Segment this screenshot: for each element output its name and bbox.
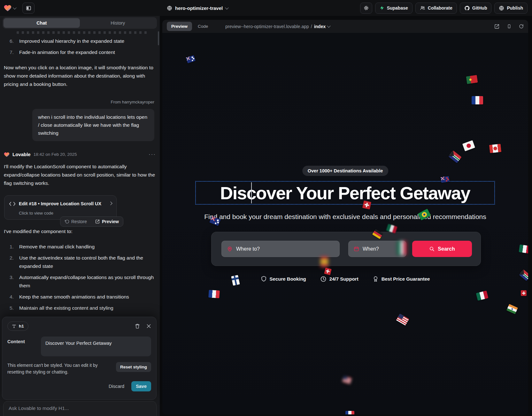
browser-chrome: Preview Code preview--hero-optimizer-tra… [162, 20, 528, 33]
reset-styling-button[interactable]: Reset styling [116, 362, 151, 372]
external-link-icon [95, 219, 100, 224]
collaborate-label: Collaborate [428, 5, 452, 11]
lovable-heart-icon [4, 152, 10, 157]
step-item: 5.Maintain all the existing content and … [10, 304, 156, 312]
open-external-button[interactable] [494, 24, 499, 29]
assistant-message-header: Lovable 18:42 on Feb 20, 2025 ··· [4, 150, 156, 159]
project-switcher[interactable]: hero-optimizer-travel [167, 0, 228, 16]
step-number: 5. [10, 304, 15, 312]
step-text: Use the activeIndex state to control bot… [19, 254, 156, 270]
publish-globe-icon [499, 5, 504, 11]
element-editor-panel: h1 Content Discover Your Perfect Getaway… [2, 317, 157, 400]
step-text: Remove the manual click handling [19, 243, 95, 251]
step-number: 2. [10, 254, 15, 270]
restore-button[interactable]: Restore [60, 217, 91, 226]
destinations-badge: Over 1000+ Destinations Available [302, 166, 388, 176]
assistant-name: Lovable [12, 150, 31, 159]
publish-label: Publish [507, 5, 523, 11]
message-menu-button[interactable]: ··· [149, 150, 156, 159]
flag-mx-icon [519, 245, 528, 253]
text-caret [251, 182, 252, 203]
supabase-bolt-icon [380, 5, 384, 11]
assistant-paragraph: I'll modify the LocationScroll component… [4, 163, 156, 187]
settings-button[interactable] [360, 3, 372, 14]
flag-us-icon [342, 375, 352, 384]
tab-code[interactable]: Code [198, 24, 208, 29]
when-input[interactable]: When? [348, 241, 406, 257]
supabase-button[interactable]: Supabase [375, 3, 412, 14]
list-number: 7. [10, 48, 15, 57]
search-card: Where to? When? Search [211, 232, 481, 266]
step-item: 1.Remove the manual click handling [10, 243, 156, 251]
preview-button[interactable]: Preview [91, 217, 123, 226]
github-button[interactable]: GitHub [460, 3, 492, 14]
flag-au-icon [186, 55, 196, 63]
step-item: 2.Use the activeIndex state to control b… [10, 254, 156, 270]
users-icon [420, 5, 425, 11]
url-bar[interactable]: preview--hero-optimizer-travel.lovable.a… [225, 24, 330, 29]
tab-preview[interactable]: Preview [167, 22, 192, 31]
element-tag-label: h1 [19, 324, 24, 329]
delete-element-button[interactable] [135, 323, 140, 329]
refresh-button[interactable] [519, 24, 524, 29]
globe-icon [167, 5, 172, 11]
h1-selection-box[interactable]: Discover Your Perfect Getaway [195, 181, 495, 205]
content-textarea[interactable]: Discover Your Perfect Getaway [41, 337, 151, 356]
list-text: Improved visual hierarchy in the expande… [19, 37, 124, 45]
close-panel-button[interactable] [146, 324, 151, 329]
step-text: Keep the same smooth animations and tran… [19, 293, 129, 301]
step-number: 3. [10, 273, 15, 290]
list-text: Fade-in animation for the expanded conte… [19, 48, 115, 57]
where-placeholder: Where to? [236, 246, 260, 252]
supabase-label: Supabase [387, 5, 408, 11]
lovable-heart-logo[interactable] [4, 4, 12, 11]
trust-badges: Secure Booking 24/7 Support Best Price G… [162, 276, 528, 282]
where-input[interactable]: Where to? [221, 241, 340, 257]
project-name: hero-optimizer-travel [175, 5, 223, 11]
flag-ch-icon [324, 268, 332, 275]
discard-button[interactable]: Discard [109, 384, 124, 389]
styling-note: This element can't be styled. You can ed… [7, 362, 110, 375]
flag-in-icon [506, 304, 518, 314]
feature-label: 24/7 Support [329, 276, 359, 282]
location-pin-icon [227, 246, 233, 252]
user-message-bubble: when i scroll into the individual locati… [32, 109, 154, 141]
preview-panel: Preview Code preview--hero-optimizer-tra… [162, 20, 528, 414]
feature-best-price: Best Price Guarantee [373, 276, 430, 282]
list-number: 6. [10, 37, 15, 45]
hero-title: Discover Your Perfect Getaway [220, 183, 470, 203]
flag-ch-icon [521, 290, 527, 296]
feature-support: 24/7 Support [320, 276, 359, 282]
edit-card[interactable]: Edit #18 • Improve Location Scroll UX Cl… [4, 195, 117, 220]
flag-fr-icon [472, 96, 483, 104]
step-number: 4. [10, 293, 15, 301]
message-timestamp: 18:42 on Feb 20, 2025 [34, 150, 77, 159]
award-icon [373, 276, 379, 282]
logo-chevron-down-icon[interactable] [13, 6, 16, 9]
shield-icon [261, 276, 267, 282]
list-item: 7. Fade-in animation for the expanded co… [10, 48, 156, 57]
tab-chat[interactable]: Chat [4, 18, 80, 28]
flag-fr-icon [345, 411, 354, 414]
sidebar-toggle-button[interactable] [22, 3, 35, 14]
collaborate-button[interactable]: Collaborate [415, 3, 457, 14]
publish-button[interactable]: Publish [494, 3, 528, 14]
github-label: GitHub [472, 5, 487, 11]
restore-preview-pill: Restore Preview [60, 216, 123, 227]
element-tag-pill[interactable]: h1 [7, 321, 28, 331]
search-button[interactable]: Search [412, 241, 472, 257]
assistant-paragraph: Now when you click on a location image, … [4, 64, 156, 88]
restore-label: Restore [71, 217, 87, 226]
message-author-label: From harrymckayroper [4, 98, 156, 106]
chat-input-field[interactable] [8, 405, 153, 412]
github-icon [464, 5, 470, 11]
assistant-paragraph: I've modified the component to: [4, 227, 156, 236]
flag-mx-icon [476, 291, 489, 301]
save-button[interactable]: Save [131, 381, 151, 391]
edit-card-title: Edit #18 • Improve Location Scroll UX [19, 200, 101, 208]
sidebar-tabs: Chat History [3, 17, 157, 29]
url-text: preview--hero-optimizer-travel.lovable.a… [225, 24, 309, 29]
tab-history[interactable]: History [80, 18, 156, 28]
mobile-view-button[interactable] [507, 24, 511, 29]
hero-preview: Over 1000+ Destinations Available Discov… [162, 33, 528, 414]
